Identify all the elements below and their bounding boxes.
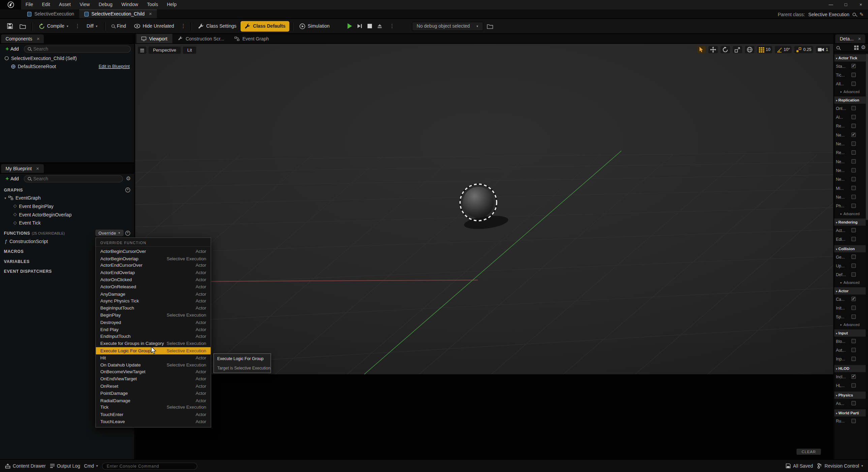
event-tick-item[interactable]: ◇ Event Tick — [0, 218, 134, 227]
checkbox[interactable] — [851, 315, 856, 319]
content-drawer-button[interactable]: Content Drawer — [5, 463, 46, 469]
my-blueprint-search-input[interactable] — [33, 176, 119, 181]
cmd-dropdown[interactable]: Cmd ▾ — [84, 463, 98, 469]
rotate-tool-icon[interactable] — [720, 46, 730, 53]
checkbox[interactable] — [851, 106, 856, 110]
checkbox[interactable] — [851, 82, 856, 86]
details-settings-icon[interactable]: ⚙ — [861, 45, 866, 50]
menu-window[interactable]: Window — [117, 0, 143, 9]
clear-button[interactable]: CLEAR — [797, 449, 821, 455]
checkbox[interactable] — [851, 204, 856, 208]
class-defaults-button[interactable]: Class Defaults — [241, 21, 289, 31]
advanced-expander[interactable]: ▸Advanced — [834, 321, 866, 328]
override-menu-item[interactable]: ActorBeginCursorOverActor — [96, 248, 211, 255]
add-component-button[interactable]: + Add — [3, 46, 21, 52]
my-blueprint-search[interactable] — [24, 175, 123, 182]
details-section-hlod[interactable]: ▾HLOD — [834, 365, 866, 372]
override-menu-item[interactable]: RadialDamageActor — [96, 397, 211, 404]
override-menu-item[interactable]: End PlayActor — [96, 326, 211, 333]
checkbox[interactable] — [851, 419, 856, 423]
add-blueprint-item-button[interactable]: + Add — [3, 175, 21, 182]
override-menu-item[interactable]: On Datahub UpdateSelective Execution — [96, 361, 211, 368]
override-menu-item[interactable]: OnResetActor — [96, 383, 211, 390]
find-button[interactable]: Find — [107, 21, 130, 31]
override-menu-item[interactable]: TouchEnterActor — [96, 411, 211, 418]
details-section-actor[interactable]: ▾Actor — [834, 287, 866, 294]
components-search-input[interactable] — [33, 46, 127, 52]
override-menu-item[interactable]: TouchLeaveActor — [96, 418, 211, 425]
eject-button[interactable] — [377, 23, 382, 29]
search-parent-class-icon[interactable] — [853, 12, 856, 16]
unreal-logo-icon[interactable] — [0, 0, 21, 9]
class-settings-button[interactable]: Class Settings — [194, 21, 240, 31]
advanced-expander[interactable]: ▸Advanced — [834, 279, 866, 286]
checkbox[interactable] — [851, 401, 856, 405]
perspective-button[interactable]: Perspective — [149, 47, 181, 54]
viewport-3d[interactable]: Perspective Lit — [135, 44, 833, 374]
checkbox[interactable] — [851, 150, 856, 155]
checkbox[interactable] — [851, 228, 856, 232]
checkbox[interactable] — [851, 305, 856, 310]
menu-file[interactable]: File — [21, 0, 38, 9]
override-menu-item[interactable]: ActorOnReleasedActor — [96, 284, 211, 291]
sphere-actor[interactable] — [463, 187, 494, 218]
override-menu-item[interactable]: OnEndViewTargetActor — [96, 376, 211, 383]
checkbox[interactable]: ✓ — [851, 297, 856, 301]
browse-asset-icon[interactable] — [17, 21, 29, 31]
components-search[interactable] — [24, 45, 131, 52]
revision-control-dropdown[interactable]: Revision Control ▾ — [817, 463, 863, 469]
menu-edit[interactable]: Edit — [37, 0, 54, 9]
close-icon[interactable]: × — [37, 36, 40, 41]
override-menu-item[interactable]: TickSelective Execution — [96, 404, 211, 411]
scale-tool-icon[interactable] — [733, 46, 742, 53]
output-log-button[interactable]: Output Log — [50, 463, 80, 469]
edit-parent-class-icon[interactable]: ✎ — [859, 11, 863, 17]
lit-button[interactable]: Lit — [183, 47, 196, 54]
checkbox[interactable] — [851, 186, 856, 190]
gear-icon[interactable]: ⚙ — [126, 176, 131, 181]
details-section-world-partition[interactable]: ▾World Parti — [834, 409, 866, 416]
override-menu-item[interactable]: BeginInputTouchActor — [96, 305, 211, 312]
checkbox[interactable] — [851, 383, 856, 388]
compile-options-kebab-icon[interactable]: ⋮ — [73, 23, 82, 29]
checkbox[interactable] — [851, 115, 856, 119]
functions-section-header[interactable]: FUNCTIONS (25 OVERRIDABLE) Override ▾ + — [0, 229, 134, 237]
override-menu-item[interactable]: AnyDamageActor — [96, 291, 211, 298]
override-menu-item[interactable]: ActorEndOverlapActor — [96, 269, 211, 276]
hide-unrelated-button[interactable]: Hide Unrelated — [130, 21, 178, 31]
checkbox[interactable] — [851, 141, 856, 146]
details-section-replication[interactable]: ▾Replication — [834, 96, 866, 104]
tab-selective-execution-child[interactable]: SelectiveExecution_Child × — [79, 9, 157, 18]
add-graph-icon[interactable]: + — [125, 187, 130, 192]
add-function-icon[interactable]: + — [125, 230, 130, 235]
details-scrollbar[interactable] — [866, 53, 868, 459]
override-menu-item[interactable]: ActorOnClickedActor — [96, 276, 211, 284]
tab-details[interactable]: Deta... × — [835, 34, 865, 43]
display-filter-icon[interactable] — [854, 46, 859, 50]
save-status[interactable]: All Saved — [785, 463, 813, 469]
override-menu-item[interactable]: Async Physics TickActor — [96, 298, 211, 305]
menu-view[interactable]: View — [75, 0, 94, 9]
parent-class-value[interactable]: Selective Execution — [808, 11, 849, 17]
close-icon[interactable]: × — [858, 36, 861, 41]
menu-asset[interactable]: Asset — [55, 0, 75, 9]
scale-snap-toggle[interactable]: 0.25 — [795, 46, 813, 53]
checkbox[interactable] — [851, 357, 856, 361]
checkbox[interactable]: ✓ — [851, 374, 856, 379]
chevron-down-icon[interactable]: ▾ — [67, 24, 68, 28]
component-root-item[interactable]: SelectiveExecution_Child (Self) — [0, 54, 134, 62]
browse-debug-object-icon[interactable] — [484, 21, 496, 31]
window-minimize-icon[interactable]: — — [828, 2, 834, 7]
checkbox[interactable] — [851, 272, 856, 277]
rotation-snap-toggle[interactable]: 10° — [775, 46, 792, 53]
override-dropdown-button[interactable]: Override ▾ — [95, 230, 124, 236]
menu-help[interactable]: Help — [162, 0, 181, 9]
world-coordinate-icon[interactable] — [745, 46, 754, 53]
advanced-expander[interactable]: ▸Advanced — [834, 88, 866, 95]
hide-unrelated-kebab-icon[interactable]: ⋮ — [179, 23, 188, 29]
play-options-kebab-icon[interactable]: ⋮ — [387, 23, 397, 29]
stop-button[interactable] — [367, 24, 372, 28]
checkbox[interactable] — [851, 237, 856, 241]
compile-button[interactable]: Compile ▾ — [35, 21, 72, 31]
checkbox[interactable]: ✓ — [851, 64, 856, 68]
